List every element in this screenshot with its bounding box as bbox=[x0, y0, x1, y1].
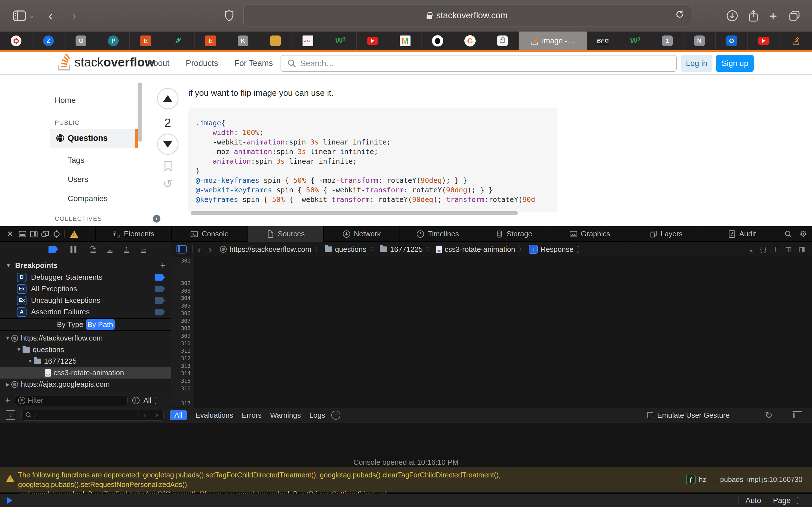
source-editor[interactable]: 3013023033043053063073083093103113123133… bbox=[171, 257, 812, 407]
line-number[interactable]: 310 bbox=[171, 340, 195, 347]
pretty-print-icon[interactable]: { } bbox=[760, 245, 766, 253]
tree-item[interactable]: ▼https://stackoverflow.com bbox=[0, 332, 171, 344]
tab-pinned[interactable]: O bbox=[716, 32, 748, 50]
devtools-tab-storage[interactable]: Storage bbox=[476, 226, 552, 242]
bookmark-icon[interactable] bbox=[164, 161, 172, 171]
address-bar[interactable]: stackoverflow.com bbox=[243, 4, 691, 26]
dock-bottom-icon[interactable] bbox=[18, 226, 27, 242]
find-next-icon[interactable]: › bbox=[151, 410, 163, 420]
privacy-shield-icon[interactable] bbox=[224, 0, 234, 32]
tab-pinned[interactable] bbox=[357, 32, 389, 50]
console-refresh-icon[interactable]: ↻ bbox=[765, 410, 772, 420]
breadcrumb-response[interactable]: Response bbox=[541, 245, 573, 254]
add-breakpoint-icon[interactable]: + bbox=[160, 260, 165, 271]
execution-context-label[interactable]: Auto — Page bbox=[746, 496, 791, 505]
back-button[interactable]: ‹ bbox=[49, 0, 52, 32]
tab-pinned[interactable] bbox=[0, 32, 33, 50]
sidebar-icon[interactable] bbox=[13, 0, 26, 32]
console-filter-evaluations[interactable]: Evaluations bbox=[195, 411, 233, 420]
filter-input[interactable] bbox=[28, 396, 118, 404]
history-back-icon[interactable]: ‹ bbox=[198, 244, 201, 255]
tab-pinned[interactable] bbox=[486, 32, 519, 50]
console-search-field[interactable]: ⌄ ‹› bbox=[21, 410, 163, 420]
by-type-button[interactable]: By Type bbox=[57, 320, 83, 329]
breakpoint-row[interactable]: AAssertion Failures bbox=[0, 306, 171, 318]
console-prompt-icon[interactable] bbox=[7, 497, 12, 504]
line-number[interactable]: 314 bbox=[171, 370, 195, 377]
breakpoints-toggle-icon[interactable] bbox=[49, 246, 58, 252]
so-nav-item-for-teams[interactable]: For Teams bbox=[234, 59, 273, 68]
disclosure-triangle-icon[interactable]: ▼ bbox=[6, 262, 11, 269]
tab-pinned[interactable]: M bbox=[389, 32, 421, 50]
save-resource-icon[interactable]: ⤓ bbox=[750, 245, 753, 253]
line-number[interactable]: 301 bbox=[171, 257, 195, 265]
line-number[interactable]: 306 bbox=[171, 309, 195, 317]
tree-item[interactable]: <>css3-rotate-animation bbox=[0, 367, 171, 379]
devtools-tab-timelines[interactable]: Timelines bbox=[400, 226, 476, 242]
clear-console-icon[interactable] bbox=[794, 413, 795, 418]
devtools-tab-network[interactable]: Network bbox=[323, 226, 400, 242]
line-number[interactable]: 308 bbox=[171, 325, 195, 332]
code-hscrollbar[interactable] bbox=[191, 211, 518, 215]
downloads-icon[interactable] bbox=[726, 0, 738, 32]
tab-pinned[interactable]: P bbox=[97, 32, 130, 50]
tree-item[interactable]: ▼16771225 bbox=[0, 355, 171, 367]
history-forward-icon[interactable]: › bbox=[209, 244, 212, 255]
breakpoint-row[interactable]: ExUncaught Exceptions bbox=[0, 295, 171, 306]
issues-only-icon[interactable]: ! bbox=[132, 397, 140, 404]
breakpoint-enabled-toggle[interactable] bbox=[155, 309, 165, 316]
disclosure-icon[interactable]: ▼ bbox=[27, 358, 34, 364]
tree-item[interactable]: ▶https://ajax.googleapis.com bbox=[0, 379, 171, 390]
console-scope-icon[interactable]: ▽ bbox=[6, 410, 15, 420]
tab-pinned[interactable]: 1 bbox=[651, 32, 683, 50]
line-number[interactable]: 305 bbox=[171, 302, 195, 309]
line-number[interactable]: 309 bbox=[171, 332, 195, 340]
breakpoint-enabled-toggle[interactable] bbox=[155, 286, 165, 292]
line-number[interactable]: 307 bbox=[171, 317, 195, 325]
sidebar-item-tags[interactable]: Tags bbox=[68, 156, 84, 165]
sidebar-item-companies[interactable]: Companies bbox=[68, 194, 108, 203]
filter-field[interactable]: ≡ bbox=[15, 395, 128, 406]
console-options-icon[interactable]: ≡ bbox=[331, 411, 340, 420]
history-icon[interactable]: ↺ bbox=[163, 177, 172, 190]
devtools-tab-sources[interactable]: Sources bbox=[248, 226, 324, 242]
devtools-tab-console[interactable]: Console bbox=[171, 226, 248, 242]
sidebar-item-home[interactable]: Home bbox=[55, 96, 76, 105]
breakpoint-enabled-toggle[interactable] bbox=[155, 274, 165, 281]
sidebar-item-users[interactable]: Users bbox=[68, 175, 88, 184]
devtools-settings-gear-icon[interactable]: ⚙ bbox=[800, 226, 807, 242]
console-warning-row[interactable]: The following functions are deprecated: … bbox=[0, 467, 812, 492]
info-icon[interactable]: i bbox=[153, 215, 160, 223]
sidebar-scrollbar[interactable] bbox=[138, 82, 142, 142]
disclosure-icon[interactable]: ▶ bbox=[4, 381, 11, 388]
breadcrumb-file[interactable]: css3-rotate-animation bbox=[445, 245, 515, 254]
forward-button[interactable]: › bbox=[72, 0, 76, 32]
so-search[interactable] bbox=[281, 55, 677, 72]
breadcrumb-folder[interactable]: questions bbox=[335, 245, 366, 254]
undock-icon[interactable] bbox=[41, 226, 49, 242]
tab-pinned[interactable]: G bbox=[454, 32, 486, 50]
console-filter-warnings[interactable]: Warnings bbox=[270, 411, 301, 420]
tab-pinned[interactable] bbox=[259, 32, 292, 50]
line-number[interactable]: 315 bbox=[171, 377, 195, 385]
line-number[interactable] bbox=[171, 392, 195, 400]
downvote-button[interactable] bbox=[157, 133, 179, 155]
tab-pinned[interactable] bbox=[421, 32, 454, 50]
reload-icon[interactable] bbox=[675, 10, 684, 18]
emulate-user-gesture-checkbox[interactable] bbox=[647, 412, 653, 418]
step-into-icon[interactable]: ↓ bbox=[107, 246, 112, 252]
signup-button[interactable]: Sign up bbox=[716, 55, 754, 72]
tab-pinned[interactable]: BFG bbox=[587, 32, 619, 50]
breadcrumb-origin[interactable]: https://stackoverflow.com bbox=[230, 245, 311, 254]
tab-pinned[interactable] bbox=[748, 32, 780, 50]
line-number[interactable]: 304 bbox=[171, 294, 195, 302]
breadcrumb-folder2[interactable]: 16771225 bbox=[390, 245, 423, 254]
line-number[interactable]: 313 bbox=[171, 362, 195, 370]
inspect-element-icon[interactable] bbox=[52, 226, 61, 242]
type-profiler-icon[interactable]: T bbox=[774, 245, 778, 253]
tab-pinned[interactable]: E bbox=[195, 32, 227, 50]
new-tab-icon[interactable]: + bbox=[769, 0, 777, 32]
upvote-button[interactable] bbox=[157, 88, 179, 109]
so-nav-item-products[interactable]: Products bbox=[186, 59, 218, 68]
line-number[interactable]: 312 bbox=[171, 355, 195, 362]
